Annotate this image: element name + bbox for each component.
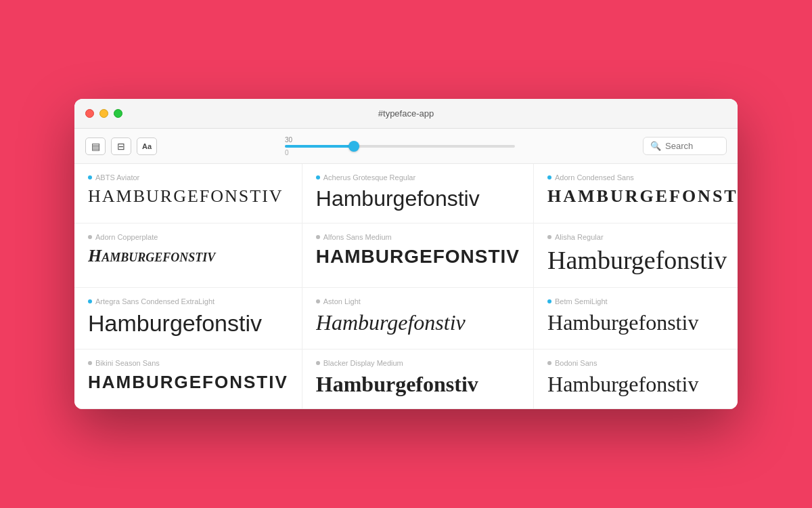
font-name-text: Aston Light	[323, 297, 361, 305]
font-active-dot	[547, 299, 551, 303]
font-name-label: Blacker Display Medium	[316, 359, 520, 367]
font-cell[interactable]: Aston LightHamburgefonstiv	[302, 288, 534, 349]
slider-min-value: 0	[285, 149, 289, 156]
font-preview-text: Hamburgefonstiv	[88, 311, 288, 336]
font-cell[interactable]: Alisha RegularHamburgefonstiv	[534, 224, 738, 288]
font-preview-text: Hamburgefonstiv	[547, 247, 738, 275]
font-cell[interactable]: Bikini Season SansHamburgefonstiv	[74, 350, 302, 409]
font-preview-text: Hamburgefonstiv	[547, 311, 738, 335]
font-preview-text: Hamburgefonstiv	[316, 187, 520, 211]
close-button[interactable]	[85, 109, 94, 118]
font-cell[interactable]: ABTS AviatorHamburgefonstiv	[74, 164, 302, 224]
traffic-lights	[85, 109, 122, 118]
font-name-label: Aston Light	[316, 297, 520, 305]
font-name-label: Artegra Sans Condensed ExtraLight	[88, 297, 288, 305]
font-size-slider-container: 30 0	[162, 136, 637, 156]
font-preview-text: Hamburgefonstiv	[316, 247, 520, 268]
font-name-label: Bikini Season Sans	[88, 359, 288, 367]
font-name-label: Alfons Sans Medium	[316, 233, 520, 241]
font-cell[interactable]: Artegra Sans Condensed ExtraLightHamburg…	[74, 288, 302, 349]
font-name-text: Alfons Sans Medium	[323, 233, 392, 241]
font-active-dot	[88, 361, 92, 365]
font-cell[interactable]: Adorn Condensed SansHamburgefonstiv	[534, 164, 738, 224]
font-name-label: Alisha Regular	[547, 233, 738, 241]
toolbar: ▤ ⊟ Aa 30 0 🔍	[74, 129, 738, 164]
font-name-text: Bikini Season Sans	[95, 359, 160, 367]
font-name-text: Adorn Copperplate	[95, 233, 158, 241]
font-preview-button[interactable]: Aa	[137, 137, 157, 155]
font-active-dot	[316, 175, 320, 179]
font-preview-text: Hamburgefonstiv	[88, 247, 288, 266]
font-cell[interactable]: Adorn CopperplateHamburgefonstiv	[74, 224, 302, 288]
font-preview-text: Hamburgefonstiv	[547, 187, 738, 207]
font-cell[interactable]: Bodoni SansHamburgefonstiv	[534, 350, 738, 409]
minimize-button[interactable]	[99, 109, 108, 118]
font-name-text: Betm SemiLight	[555, 297, 608, 305]
slider-thumb[interactable]	[348, 141, 359, 152]
app-window: #typeface-app ▤ ⊟ Aa 30 0 🔍	[74, 99, 738, 409]
font-active-dot	[88, 175, 92, 179]
font-active-dot	[88, 235, 92, 239]
font-cell[interactable]: Alfons Sans MediumHamburgefonstiv	[302, 224, 534, 288]
search-box[interactable]: 🔍	[643, 137, 727, 155]
font-preview-text: Hamburgefonstiv	[316, 373, 520, 396]
view-toggle-button[interactable]: ⊟	[111, 137, 131, 155]
font-name-text: Bodoni Sans	[555, 359, 597, 367]
font-grid: ABTS AviatorHamburgefonstivAcherus Grote…	[74, 164, 738, 409]
font-name-text: Artegra Sans Condensed ExtraLight	[95, 297, 215, 305]
search-icon: 🔍	[650, 141, 661, 151]
slider-max-label: 30	[285, 136, 292, 144]
font-name-label: ABTS Aviator	[88, 173, 288, 182]
font-name-label: Acherus Grotesque Regular	[316, 173, 520, 182]
slider-wrapper[interactable]	[285, 145, 515, 148]
font-cell[interactable]: Blacker Display MediumHamburgefonstiv	[302, 350, 534, 409]
font-name-text: Blacker Display Medium	[323, 359, 403, 367]
font-preview-text: Hamburgefonstiv	[547, 373, 738, 396]
font-active-dot	[547, 235, 551, 239]
font-active-dot	[316, 299, 320, 303]
font-active-dot	[547, 175, 551, 179]
slider-labels: 30	[285, 136, 515, 144]
window-title: #typeface-app	[378, 108, 434, 119]
font-active-dot	[316, 361, 320, 365]
search-input[interactable]	[665, 141, 719, 151]
font-preview-text: Hamburgefonstiv	[88, 373, 288, 392]
font-preview-text: Hamburgefonstiv	[88, 187, 288, 207]
sidebar-toggle-button[interactable]: ▤	[85, 137, 106, 155]
font-name-text: ABTS Aviator	[95, 173, 139, 182]
font-active-dot	[88, 299, 92, 303]
font-name-label: Betm SemiLight	[547, 297, 738, 305]
font-name-text: Alisha Regular	[555, 233, 604, 241]
maximize-button[interactable]	[114, 109, 122, 118]
font-name-text: Adorn Condensed Sans	[555, 173, 634, 182]
font-active-dot	[316, 235, 320, 239]
font-name-text: Acherus Grotesque Regular	[323, 173, 415, 182]
font-cell[interactable]: Acherus Grotesque RegularHamburgefonstiv	[302, 164, 534, 224]
slider-track	[285, 145, 515, 148]
font-name-label: Adorn Condensed Sans	[547, 173, 738, 182]
font-active-dot	[547, 361, 551, 365]
titlebar: #typeface-app	[74, 99, 738, 129]
font-cell[interactable]: Betm SemiLightHamburgefonstiv	[534, 288, 738, 349]
slider-fill	[285, 145, 354, 148]
font-name-label: Bodoni Sans	[547, 359, 738, 367]
font-name-label: Adorn Copperplate	[88, 233, 288, 241]
font-preview-text: Hamburgefonstiv	[316, 311, 520, 335]
